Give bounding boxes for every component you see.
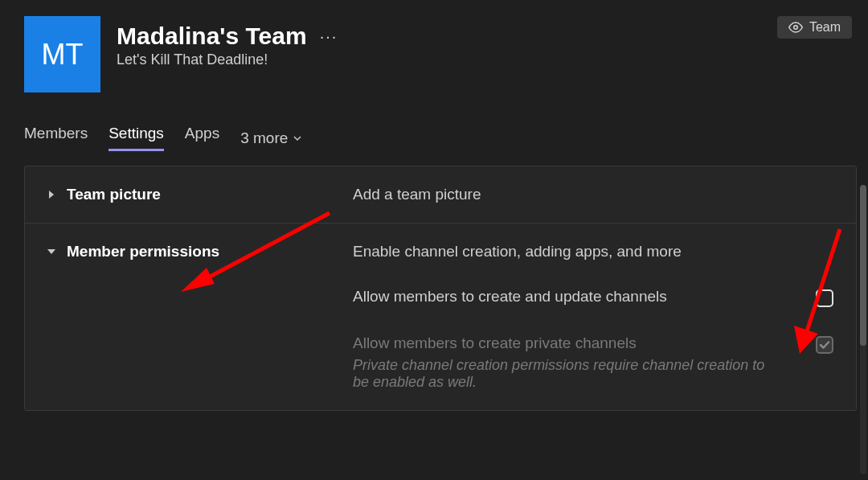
chevron-down-icon [293, 133, 302, 143]
scrollbar[interactable] [860, 185, 866, 474]
section-team-picture[interactable]: Team picture Add a team picture [25, 166, 856, 223]
permission-label: Allow members to create private channels [353, 334, 771, 352]
tabs-bar: Members Settings Apps 3 more [0, 92, 868, 151]
team-name: Madalina's Team [117, 23, 307, 50]
team-tagline: Let's Kill That Deadline! [117, 51, 844, 68]
checkbox-create-private-channels [816, 336, 833, 354]
section-body: Enable channel creation, adding apps, an… [353, 243, 833, 391]
caret-down-icon [47, 248, 55, 256]
team-title-row: Madalina's Team ··· [117, 23, 844, 50]
eye-icon [788, 20, 803, 35]
svg-point-0 [794, 26, 798, 30]
permission-create-private-channels: Allow members to create private channels… [353, 334, 833, 391]
tab-apps[interactable]: Apps [185, 125, 219, 151]
team-info: Madalina's Team ··· Let's Kill That Dead… [117, 16, 844, 68]
tab-members[interactable]: Members [24, 125, 88, 151]
caret-right-icon [47, 191, 55, 199]
scrollbar-thumb[interactable] [860, 185, 866, 346]
section-title: Team picture [67, 186, 161, 203]
section-description: Enable channel creation, adding apps, an… [353, 243, 833, 261]
section-description: Add a team picture [353, 186, 833, 203]
tab-more-label: 3 more [240, 129, 288, 147]
more-options-button[interactable]: ··· [317, 27, 342, 46]
settings-content: Team picture Add a team picture Member p… [24, 166, 857, 411]
section-title: Member permissions [67, 243, 219, 261]
section-left[interactable]: Member permissions [47, 243, 353, 391]
tab-more[interactable]: 3 more [240, 125, 302, 151]
permission-label: Allow members to create and update chann… [353, 288, 667, 306]
check-icon [819, 339, 830, 351]
permission-create-update-channels: Allow members to create and update chann… [353, 288, 833, 307]
team-header: MT Madalina's Team ··· Let's Kill That D… [0, 0, 868, 92]
section-left: Team picture [47, 186, 353, 203]
team-visibility-pill[interactable]: Team [777, 16, 852, 39]
team-avatar[interactable]: MT [24, 16, 100, 92]
permission-help-text: Private channel creation permissions req… [353, 357, 771, 391]
section-member-permissions: Member permissions Enable channel creati… [25, 223, 856, 410]
permission-text-block: Allow members to create private channels… [353, 334, 771, 391]
visibility-label: Team [809, 20, 841, 35]
tab-settings[interactable]: Settings [108, 125, 164, 151]
checkbox-create-update-channels[interactable] [816, 289, 833, 307]
